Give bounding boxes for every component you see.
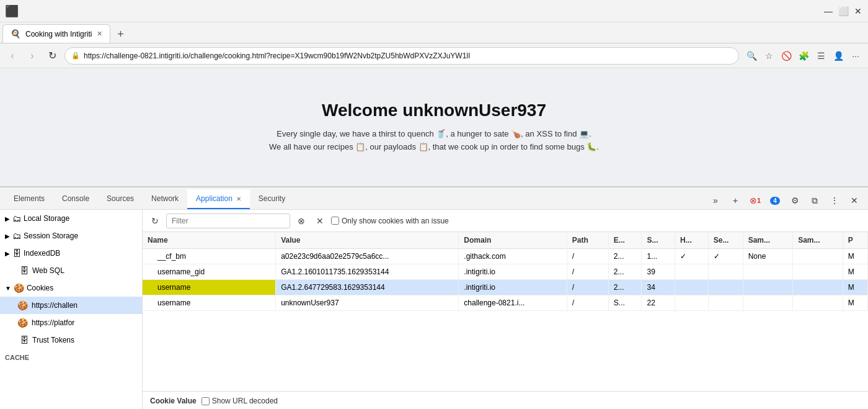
tab-sources[interactable]: Sources	[98, 189, 143, 209]
table-header-row: Name Value Domain Path E... S... H... Se…	[143, 232, 868, 249]
indexeddb-icon: 🗄	[12, 248, 21, 258]
subtitle-line2: We all have our recipes 📋, our payloads …	[269, 141, 599, 154]
cell-secure	[708, 295, 743, 311]
lock-icon: 🔒	[71, 52, 80, 60]
refresh-cookies-button[interactable]: ↻	[148, 213, 162, 228]
devtools-panel: Elements Console Sources Network Applica…	[0, 186, 868, 409]
filter-input[interactable]	[166, 213, 290, 228]
close-devtools-button[interactable]: ✕	[846, 192, 863, 209]
page-content: Welcome unknownUser937 Every single day,…	[0, 68, 868, 186]
page-subtitle: Every single day, we have a thirst to qu…	[269, 128, 599, 154]
dock-button[interactable]: ⧉	[806, 192, 823, 209]
sidebar-item-cookies-challen[interactable]: 🍪 https://challen	[0, 297, 142, 314]
tab-security[interactable]: Security	[250, 189, 294, 209]
session-storage-icon: 🗂	[12, 231, 21, 241]
cookies-icon: 🍪	[14, 283, 24, 293]
cell-samepart	[793, 249, 843, 264]
tab-network[interactable]: Network	[143, 189, 187, 209]
sidebar-item-local-storage[interactable]: ▶ 🗂 Local Storage	[0, 210, 142, 227]
show-url-decoded-label[interactable]: Show URL decoded	[202, 397, 278, 405]
back-button[interactable]: ‹	[5, 48, 20, 63]
cell-httponly	[675, 295, 709, 311]
sidebar-item-web-sql[interactable]: 🗄 Web SQL	[0, 262, 142, 279]
messages-badge[interactable]: 4	[766, 192, 784, 209]
extension-button[interactable]: 🧩	[796, 48, 811, 63]
cell-samepart	[793, 280, 843, 295]
browser-icon: ⬛	[5, 4, 19, 18]
tab-close-button[interactable]: ✕	[97, 30, 102, 38]
cell-secure: ✓	[708, 249, 743, 264]
panel-toolbar: ↻ ⊗ ✕ Only show cookies with an issue	[143, 210, 868, 232]
show-url-decoded-text: Show URL decoded	[212, 397, 278, 405]
table-row[interactable]: username_gidGA1.2.1601011735.1629353144.…	[143, 264, 868, 280]
cell-expires: 2...	[608, 249, 642, 264]
more-tabs-button[interactable]: »	[707, 192, 724, 209]
devtools-sidebar: ▶ 🗂 Local Storage ▶ 🗂 Session Storage ▶ …	[0, 210, 143, 409]
cell-value: GA1.2.647729583.1629353144	[276, 280, 459, 295]
checkbox-label-text: Only show cookies with an issue	[342, 217, 449, 225]
table-row[interactable]: usernameunknownUser937challenge-0821.i..…	[143, 295, 868, 311]
cell-name: username_gid	[143, 264, 276, 280]
cell-samesite: None	[743, 249, 792, 264]
cookies-challen-label: https://challen	[32, 301, 78, 310]
cell-samesite	[743, 280, 792, 295]
profile-button[interactable]: 👤	[831, 48, 846, 63]
menu-button[interactable]: ···	[848, 48, 863, 63]
errors-count: 1	[757, 197, 761, 204]
local-storage-icon: 🗂	[12, 213, 21, 223]
overflow-button[interactable]: ⋮	[826, 192, 843, 209]
table-row[interactable]: __cf_bma02e23c9d6aa02e2579c5a6cc....gith…	[143, 249, 868, 264]
cell-priority: M	[843, 249, 867, 264]
tab-application[interactable]: Application ✕	[187, 189, 250, 209]
cell-domain: .intigriti.io	[459, 280, 567, 295]
settings-button[interactable]: ⚙	[786, 192, 804, 209]
add-panel-button[interactable]: +	[727, 192, 744, 209]
title-bar: ⬛ — ⬜ ✕	[0, 0, 868, 22]
trust-tokens-label: Trust Tokens	[32, 336, 74, 344]
close-button[interactable]: ✕	[853, 6, 863, 16]
tab-elements[interactable]: Elements	[5, 189, 53, 209]
table-row[interactable]: usernameGA1.2.647729583.1629353144.intig…	[143, 280, 868, 295]
sidebar-button[interactable]: ☰	[813, 48, 828, 63]
refresh-button[interactable]: ↻	[45, 48, 60, 63]
cache-section-header: Cache	[0, 349, 142, 362]
cookie-platfor-icon: 🍪	[17, 318, 28, 328]
sidebar-item-session-storage[interactable]: ▶ 🗂 Session Storage	[0, 227, 142, 245]
col-httponly: H...	[675, 232, 709, 249]
show-url-decoded-checkbox[interactable]	[202, 397, 210, 405]
chevron-down-icon: ▼	[5, 285, 11, 292]
tab-console[interactable]: Console	[53, 189, 98, 209]
minimize-button[interactable]: —	[823, 6, 833, 16]
tab-application-close[interactable]: ✕	[236, 196, 241, 202]
local-storage-label: Local Storage	[24, 214, 69, 223]
errors-badge[interactable]: ⊗ 1	[746, 192, 764, 209]
tab-favicon: 🍳	[11, 29, 20, 38]
cookies-issue-checkbox-label[interactable]: Only show cookies with an issue	[331, 217, 449, 225]
url-bar[interactable]: 🔒 https://challenge-0821.intigriti.io/ch…	[64, 47, 739, 65]
delete-button[interactable]: ✕	[312, 213, 327, 228]
cell-httponly	[675, 264, 709, 280]
cell-priority: M	[843, 280, 867, 295]
maximize-button[interactable]: ⬜	[838, 6, 848, 16]
cell-secure	[708, 264, 743, 280]
tab-network-label: Network	[151, 194, 179, 203]
search-button[interactable]: 🔍	[744, 48, 759, 63]
url-text: https://challenge-0821.intigriti.io/chal…	[84, 52, 732, 60]
cell-name: username	[143, 295, 276, 311]
cell-secure	[708, 280, 743, 295]
sidebar-item-indexeddb[interactable]: ▶ 🗄 IndexedDB	[0, 245, 142, 262]
cookies-issue-checkbox[interactable]	[331, 217, 339, 225]
sidebar-item-cookies[interactable]: ▼ 🍪 Cookies	[0, 279, 142, 297]
col-value: Value	[276, 232, 459, 249]
clear-filter-button[interactable]: ⊗	[294, 213, 309, 228]
new-tab-button[interactable]: +	[112, 25, 129, 43]
forward-button[interactable]: ›	[25, 48, 40, 63]
devtools-tab-bar: Elements Console Sources Network Applica…	[0, 187, 868, 210]
sidebar-item-cookies-platfor[interactable]: 🍪 https://platfor	[0, 314, 142, 331]
cell-httponly: ✓	[675, 249, 709, 264]
sidebar-item-trust-tokens[interactable]: 🗄 Trust Tokens	[0, 331, 142, 349]
browser-tab-active[interactable]: 🍳 Cooking with Intigriti ✕	[2, 24, 110, 43]
devtools-controls: » + ⊗ 1 4 ⚙ ⧉ ⋮ ✕	[707, 192, 863, 209]
favorites-button[interactable]: ☆	[761, 48, 776, 63]
block-button[interactable]: 🚫	[779, 48, 794, 63]
